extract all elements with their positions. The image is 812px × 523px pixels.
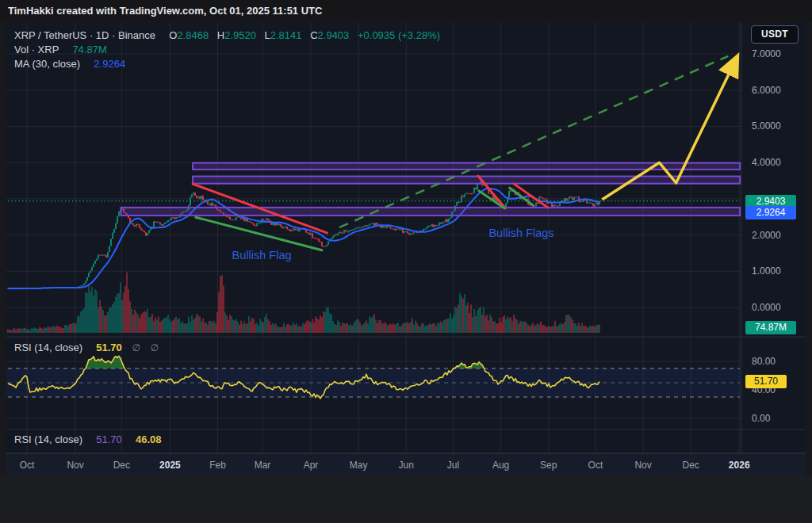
candle-body <box>572 197 573 200</box>
volume-bar <box>224 312 226 333</box>
pattern-label[interactable]: Bullish Flags <box>488 227 553 239</box>
volume-bar <box>465 306 467 333</box>
candle-body <box>443 222 445 223</box>
time-axis-label: Jul <box>447 460 459 471</box>
candle-body <box>361 227 362 228</box>
volume-bar <box>464 294 465 333</box>
candle-body <box>161 224 163 225</box>
volume-bar <box>361 326 362 333</box>
volume-bar <box>543 325 545 333</box>
candle-body <box>248 222 250 223</box>
candle-body <box>345 230 347 231</box>
volume-bar <box>557 326 559 333</box>
ohlc-close-label: C <box>310 29 317 41</box>
volume-bar <box>431 324 432 333</box>
candle-body <box>410 233 412 235</box>
volume-bar <box>473 309 475 333</box>
candle-body <box>402 229 404 233</box>
candle-body <box>588 203 589 204</box>
volume-bar <box>278 327 280 333</box>
candle-body <box>98 254 99 258</box>
volume-bar <box>502 317 504 333</box>
volume-bar <box>299 326 301 333</box>
volume-bar <box>599 324 600 333</box>
volume-bar <box>567 315 569 333</box>
volume-bar <box>66 325 67 333</box>
candle-body <box>307 233 308 234</box>
candle-body <box>386 226 388 228</box>
candle-body <box>337 234 339 235</box>
candle-body <box>448 219 450 222</box>
volume-bar <box>562 324 564 333</box>
volume-bar <box>532 323 534 333</box>
rsi-hidden-source-icon[interactable]: ∅ <box>132 342 140 353</box>
time-axis-label: Apr <box>304 460 319 471</box>
legend-rsi-row[interactable]: RSI (14, close) 51.70 ∅ ∅ <box>14 342 159 353</box>
volume-bar <box>454 307 456 333</box>
candle-body <box>567 199 569 200</box>
pattern-label[interactable]: Bullish Flag <box>232 249 292 262</box>
volume-bar <box>556 326 557 333</box>
chart-area[interactable]: XRP / TetherUS · 1D · Binance O2.8468 H2… <box>6 22 806 475</box>
candle-body <box>537 203 538 204</box>
volume-bar <box>308 321 310 333</box>
volume-bar <box>492 321 494 333</box>
volume-bar <box>478 308 480 333</box>
legend-volume-row[interactable]: Vol · XRP 74.87M <box>14 44 113 55</box>
candle-body <box>342 233 343 234</box>
volume-bar <box>307 320 308 333</box>
volume-bar <box>9 330 10 333</box>
volume-bar <box>518 323 519 333</box>
volume-bar <box>243 321 245 333</box>
volume-bar <box>274 324 275 333</box>
time-axis-label: Nov <box>634 460 651 471</box>
volume-bar <box>210 321 212 333</box>
volume-bar <box>72 323 74 333</box>
candle-body <box>104 255 105 256</box>
volume-bar <box>18 329 20 333</box>
volume-bar <box>161 320 163 333</box>
ma-label: MA (30, close) <box>14 58 80 70</box>
volume-bar <box>400 326 402 333</box>
volume-bar <box>129 301 131 333</box>
candle-body <box>472 193 473 194</box>
currency-toggle-button[interactable]: USDT <box>751 25 799 44</box>
volume-bar <box>77 316 79 333</box>
time-axis-label: Oct <box>588 460 603 471</box>
volume-bar <box>570 317 572 333</box>
volume-bar <box>327 307 329 333</box>
candle-body <box>324 246 326 247</box>
candle-body <box>323 246 324 247</box>
volume-bar <box>220 276 221 333</box>
candle-body <box>93 264 94 267</box>
volume-bar <box>269 321 270 333</box>
volume-bar <box>91 287 93 333</box>
rsi-hidden-source-icon[interactable]: ∅ <box>150 342 158 353</box>
dashed-trendline[interactable] <box>339 56 728 227</box>
volume-bar <box>572 320 573 333</box>
candle-body <box>556 205 557 206</box>
candle-body <box>473 188 475 193</box>
candle-body <box>459 202 461 203</box>
volume-bar <box>115 297 117 333</box>
legend-ma-row[interactable]: MA (30, close) 2.9264 <box>14 58 125 70</box>
candle-body <box>370 223 372 224</box>
candle-body <box>432 224 434 227</box>
volume-bar <box>584 326 586 333</box>
flag-trendline-green[interactable] <box>196 217 322 250</box>
volume-bar <box>226 315 228 333</box>
chart-canvas[interactable] <box>6 22 806 475</box>
legend-rsi2-row[interactable]: RSI (14, close) 51.70 46.08 <box>14 433 162 445</box>
rsi2-label: RSI (14, close) <box>14 433 82 445</box>
price-band[interactable] <box>193 177 740 184</box>
volume-bar <box>367 323 369 333</box>
candle-body <box>540 197 542 197</box>
candle-body <box>446 220 448 222</box>
volume-bar <box>79 315 80 333</box>
volume-bar <box>42 329 44 333</box>
legend-symbol-row[interactable]: XRP / TetherUS · 1D · Binance O2.8468 H2… <box>14 29 446 41</box>
volume-bar <box>166 318 167 333</box>
price-tick-label: 6.0000 <box>752 84 799 97</box>
price-band[interactable] <box>121 208 740 216</box>
candle-body <box>431 224 432 226</box>
